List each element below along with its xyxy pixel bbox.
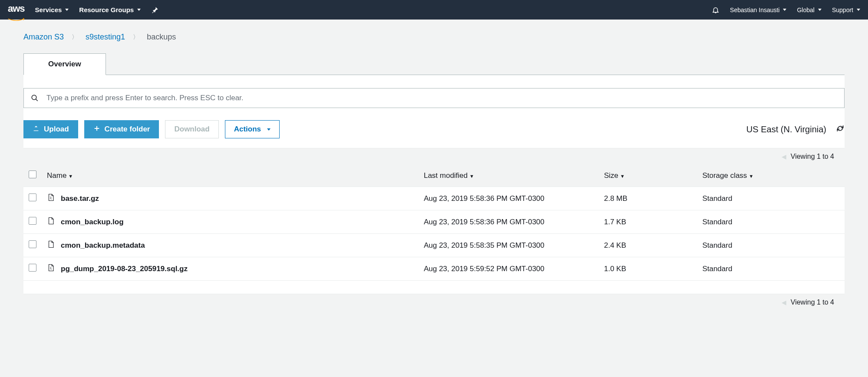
chevron-right-icon: 〉 [72, 33, 78, 41]
refresh-icon[interactable] [836, 124, 845, 135]
object-last-modified: Aug 23, 2019 5:59:52 PM GMT-0300 [419, 257, 599, 281]
chevron-right-icon: 〉 [133, 33, 139, 41]
column-size-label: Size [604, 171, 618, 180]
column-last-modified-label: Last modified [424, 171, 468, 180]
aws-logo[interactable]: aws [8, 3, 25, 17]
archive-file-icon [47, 263, 55, 274]
table-row[interactable]: pg_dump_2019-08-23_205919.sql.gzAug 23, … [23, 257, 845, 281]
region-display: US East (N. Virginia) [746, 125, 826, 134]
nav-services-label: Services [35, 6, 62, 13]
notifications-icon[interactable] [712, 6, 719, 14]
sort-icon: ▼ [68, 174, 73, 179]
pager-prev-icon: ◀ [782, 299, 786, 306]
object-storage-class: Standard [697, 257, 845, 281]
chevron-down-icon [65, 9, 69, 11]
select-all-checkbox[interactable] [29, 170, 36, 178]
pagination-text-top: Viewing 1 to 4 [791, 153, 834, 161]
download-button: Download [165, 120, 218, 138]
plus-icon [93, 125, 100, 134]
object-last-modified: Aug 23, 2019 5:58:36 PM GMT-0300 [419, 210, 599, 234]
archive-file-icon [47, 193, 55, 204]
nav-user-label: Sebastian Insausti [730, 7, 779, 13]
row-checkbox[interactable] [29, 217, 36, 225]
object-name[interactable]: cmon_backup.metadata [61, 241, 145, 250]
object-size: 1.7 KB [599, 210, 697, 234]
object-size: 2.4 KB [599, 234, 697, 257]
create-folder-button[interactable]: Create folder [84, 120, 159, 138]
object-size: 2.8 MB [599, 187, 697, 210]
column-storage-class-label: Storage class [702, 171, 747, 180]
objects-table: Name▼ Last modified▼ Size▼ Storage class… [23, 164, 845, 281]
sort-icon: ▼ [620, 174, 625, 179]
svg-point-0 [32, 95, 36, 100]
upload-button[interactable]: Upload [23, 120, 78, 138]
chevron-down-icon [783, 9, 786, 11]
nav-support-label: Support [832, 7, 853, 13]
object-size: 1.0 KB [599, 257, 697, 281]
object-storage-class: Standard [697, 210, 845, 234]
search-input[interactable] [46, 94, 837, 102]
tab-overview[interactable]: Overview [23, 53, 106, 75]
upload-icon [33, 125, 40, 134]
actions-button[interactable]: Actions [225, 120, 280, 138]
nav-user[interactable]: Sebastian Insausti [730, 7, 786, 13]
breadcrumb: Amazon S3 〉 s9stesting1 〉 backups [23, 33, 845, 42]
table-row[interactable]: base.tar.gzAug 23, 2019 5:58:36 PM GMT-0… [23, 187, 845, 210]
top-nav: aws Services Resource Groups Sebastian I… [0, 0, 868, 20]
upload-button-label: Upload [44, 125, 69, 134]
nav-resource-groups[interactable]: Resource Groups [79, 6, 141, 13]
create-folder-button-label: Create folder [105, 125, 150, 134]
sort-icon: ▼ [469, 174, 474, 179]
object-name[interactable]: base.tar.gz [61, 194, 99, 203]
breadcrumb-folder: backups [147, 33, 176, 42]
row-checkbox[interactable] [29, 264, 36, 272]
object-last-modified: Aug 23, 2019 5:58:36 PM GMT-0300 [419, 187, 599, 210]
breadcrumb-root[interactable]: Amazon S3 [23, 33, 64, 42]
download-button-label: Download [174, 125, 209, 134]
object-storage-class: Standard [697, 187, 845, 210]
column-name[interactable]: Name▼ [42, 164, 419, 187]
column-name-label: Name [47, 171, 66, 180]
object-storage-class: Standard [697, 234, 845, 257]
nav-services[interactable]: Services [35, 6, 69, 13]
tab-bar: Overview [23, 53, 845, 75]
object-last-modified: Aug 23, 2019 5:58:35 PM GMT-0300 [419, 234, 599, 257]
column-storage-class[interactable]: Storage class▼ [697, 164, 845, 187]
object-name[interactable]: pg_dump_2019-08-23_205919.sql.gz [61, 265, 188, 273]
pager-prev-icon: ◀ [782, 153, 786, 160]
chevron-down-icon [137, 9, 141, 11]
column-size[interactable]: Size▼ [599, 164, 697, 187]
nav-region-label: Global [797, 7, 814, 13]
overview-panel: Upload Create folder Download Actions U [23, 75, 845, 310]
row-checkbox[interactable] [29, 240, 36, 248]
actions-button-label: Actions [234, 125, 261, 134]
breadcrumb-bucket[interactable]: s9stesting1 [86, 33, 125, 42]
toolbar: Upload Create folder Download Actions U [23, 120, 845, 138]
nav-support[interactable]: Support [832, 7, 860, 13]
column-last-modified[interactable]: Last modified▼ [419, 164, 599, 187]
pagination-bar-bottom: ◀ Viewing 1 to 4 [23, 294, 845, 310]
pagination-text-bottom: Viewing 1 to 4 [791, 298, 834, 306]
file-icon [47, 240, 55, 251]
object-name[interactable]: cmon_backup.log [61, 218, 124, 226]
row-checkbox[interactable] [29, 193, 36, 201]
sort-icon: ▼ [749, 174, 753, 179]
table-row[interactable]: cmon_backup.metadataAug 23, 2019 5:58:35… [23, 234, 845, 257]
pin-icon[interactable] [151, 6, 159, 14]
nav-resource-groups-label: Resource Groups [79, 6, 134, 13]
select-all-header[interactable] [23, 164, 42, 187]
chevron-down-icon [267, 128, 271, 131]
nav-region[interactable]: Global [797, 7, 821, 13]
file-icon [47, 216, 55, 227]
search-icon [31, 94, 39, 102]
chevron-down-icon [818, 9, 822, 11]
pagination-bar-top: ◀ Viewing 1 to 4 [23, 148, 845, 164]
chevron-down-icon [857, 9, 860, 11]
svg-line-1 [36, 99, 38, 101]
search-bar[interactable] [23, 88, 845, 108]
table-row[interactable]: cmon_backup.logAug 23, 2019 5:58:36 PM G… [23, 210, 845, 234]
